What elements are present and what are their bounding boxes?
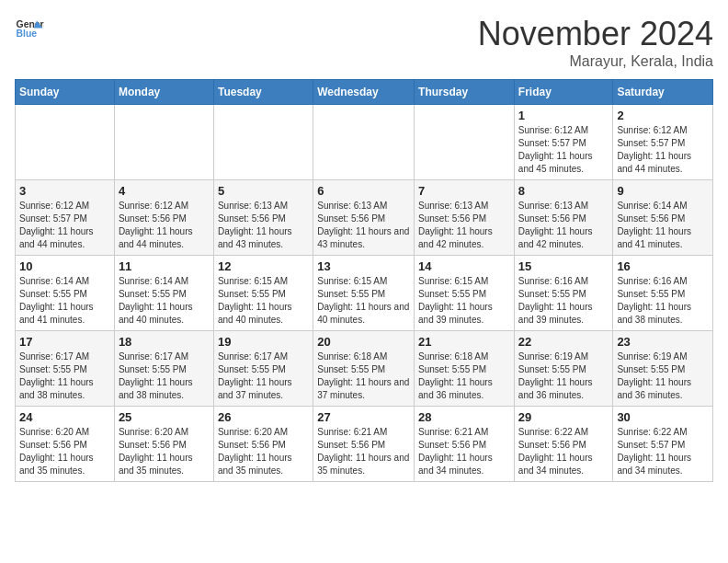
weekday-header-sunday: Sunday [16,80,115,105]
calendar-cell: 15Sunrise: 6:16 AM Sunset: 5:55 PM Dayli… [514,256,613,331]
day-number: 18 [119,335,210,349]
calendar-cell: 13Sunrise: 6:15 AM Sunset: 5:55 PM Dayli… [313,256,415,331]
calendar-cell: 18Sunrise: 6:17 AM Sunset: 5:55 PM Dayli… [114,331,213,407]
day-info: Sunrise: 6:13 AM Sunset: 5:56 PM Dayligh… [317,200,410,251]
day-number: 17 [19,335,110,349]
logo: General Blue [15,15,44,44]
weekday-header-saturday: Saturday [613,80,713,105]
calendar-cell: 28Sunrise: 6:21 AM Sunset: 5:56 PM Dayli… [415,407,515,482]
page-header: General Blue November 2024 Marayur, Kera… [15,15,713,70]
day-number: 2 [617,109,709,122]
calendar-week-row: 1Sunrise: 6:12 AM Sunset: 5:57 PM Daylig… [16,105,713,180]
calendar-cell: 24Sunrise: 6:20 AM Sunset: 5:56 PM Dayli… [16,407,115,482]
calendar-cell: 19Sunrise: 6:17 AM Sunset: 5:55 PM Dayli… [213,331,313,407]
day-number: 27 [317,410,410,424]
day-number: 19 [218,335,309,349]
day-number: 21 [418,335,510,349]
calendar-week-row: 24Sunrise: 6:20 AM Sunset: 5:56 PM Dayli… [16,407,713,482]
day-info: Sunrise: 6:19 AM Sunset: 5:55 PM Dayligh… [617,350,709,402]
day-number: 29 [518,410,609,424]
day-number: 12 [218,259,309,273]
day-number: 4 [119,184,210,198]
calendar-cell: 30Sunrise: 6:22 AM Sunset: 5:57 PM Dayli… [613,407,713,482]
weekday-header-friday: Friday [514,80,613,105]
day-info: Sunrise: 6:15 AM Sunset: 5:55 PM Dayligh… [317,275,410,327]
calendar-cell: 27Sunrise: 6:21 AM Sunset: 5:56 PM Dayli… [313,407,415,482]
day-info: Sunrise: 6:22 AM Sunset: 5:57 PM Dayligh… [617,426,709,477]
day-info: Sunrise: 6:12 AM Sunset: 5:57 PM Dayligh… [617,124,709,176]
location-title: Marayur, Kerala, India [478,53,713,70]
day-info: Sunrise: 6:21 AM Sunset: 5:56 PM Dayligh… [317,426,410,477]
calendar-table: SundayMondayTuesdayWednesdayThursdayFrid… [15,79,713,482]
day-info: Sunrise: 6:16 AM Sunset: 5:55 PM Dayligh… [617,275,709,327]
day-number: 10 [19,259,110,273]
calendar-cell: 8Sunrise: 6:13 AM Sunset: 5:56 PM Daylig… [514,180,613,256]
calendar-cell [213,105,313,180]
day-number: 20 [317,335,410,349]
calendar-cell: 22Sunrise: 6:19 AM Sunset: 5:55 PM Dayli… [514,331,613,407]
calendar-cell: 26Sunrise: 6:20 AM Sunset: 5:56 PM Dayli… [213,407,313,482]
month-title: November 2024 [478,15,713,53]
day-info: Sunrise: 6:17 AM Sunset: 5:55 PM Dayligh… [119,350,210,402]
day-number: 6 [317,184,410,198]
svg-text:Blue: Blue [17,29,38,39]
calendar-week-row: 10Sunrise: 6:14 AM Sunset: 5:55 PM Dayli… [16,256,713,331]
day-number: 30 [617,410,709,424]
day-info: Sunrise: 6:12 AM Sunset: 5:56 PM Dayligh… [119,200,210,251]
day-info: Sunrise: 6:14 AM Sunset: 5:55 PM Dayligh… [19,275,110,327]
weekday-header-tuesday: Tuesday [213,80,313,105]
day-info: Sunrise: 6:14 AM Sunset: 5:55 PM Dayligh… [119,275,210,327]
calendar-cell: 25Sunrise: 6:20 AM Sunset: 5:56 PM Dayli… [114,407,213,482]
day-info: Sunrise: 6:15 AM Sunset: 5:55 PM Dayligh… [418,275,510,327]
weekday-header-monday: Monday [114,80,213,105]
day-number: 13 [317,259,410,273]
day-info: Sunrise: 6:12 AM Sunset: 5:57 PM Dayligh… [518,124,609,176]
day-info: Sunrise: 6:13 AM Sunset: 5:56 PM Dayligh… [418,200,510,251]
day-info: Sunrise: 6:20 AM Sunset: 5:56 PM Dayligh… [119,426,210,477]
day-info: Sunrise: 6:22 AM Sunset: 5:56 PM Dayligh… [518,426,609,477]
calendar-cell: 9Sunrise: 6:14 AM Sunset: 5:56 PM Daylig… [613,180,713,256]
day-number: 23 [617,335,709,349]
calendar-cell: 4Sunrise: 6:12 AM Sunset: 5:56 PM Daylig… [114,180,213,256]
calendar-cell: 11Sunrise: 6:14 AM Sunset: 5:55 PM Dayli… [114,256,213,331]
calendar-cell [313,105,415,180]
day-info: Sunrise: 6:18 AM Sunset: 5:55 PM Dayligh… [317,350,410,402]
day-info: Sunrise: 6:15 AM Sunset: 5:55 PM Dayligh… [218,275,309,327]
day-info: Sunrise: 6:16 AM Sunset: 5:55 PM Dayligh… [518,275,609,327]
day-info: Sunrise: 6:20 AM Sunset: 5:56 PM Dayligh… [218,426,309,477]
calendar-cell: 7Sunrise: 6:13 AM Sunset: 5:56 PM Daylig… [415,180,515,256]
calendar-cell: 14Sunrise: 6:15 AM Sunset: 5:55 PM Dayli… [415,256,515,331]
calendar-cell: 12Sunrise: 6:15 AM Sunset: 5:55 PM Dayli… [213,256,313,331]
day-number: 16 [617,259,709,273]
day-info: Sunrise: 6:17 AM Sunset: 5:55 PM Dayligh… [218,350,309,402]
calendar-week-row: 3Sunrise: 6:12 AM Sunset: 5:57 PM Daylig… [16,180,713,256]
calendar-cell: 2Sunrise: 6:12 AM Sunset: 5:57 PM Daylig… [613,105,713,180]
day-number: 14 [418,259,510,273]
day-number: 1 [518,109,609,122]
calendar-week-row: 17Sunrise: 6:17 AM Sunset: 5:55 PM Dayli… [16,331,713,407]
day-number: 9 [617,184,709,198]
day-number: 25 [119,410,210,424]
calendar-cell: 3Sunrise: 6:12 AM Sunset: 5:57 PM Daylig… [16,180,115,256]
calendar-header-row: SundayMondayTuesdayWednesdayThursdayFrid… [16,80,713,105]
calendar-cell [415,105,515,180]
calendar-cell: 20Sunrise: 6:18 AM Sunset: 5:55 PM Dayli… [313,331,415,407]
calendar-cell: 17Sunrise: 6:17 AM Sunset: 5:55 PM Dayli… [16,331,115,407]
calendar-cell: 5Sunrise: 6:13 AM Sunset: 5:56 PM Daylig… [213,180,313,256]
title-block: November 2024 Marayur, Kerala, India [478,15,713,70]
day-number: 7 [418,184,510,198]
calendar-cell: 1Sunrise: 6:12 AM Sunset: 5:57 PM Daylig… [514,105,613,180]
calendar-cell: 10Sunrise: 6:14 AM Sunset: 5:55 PM Dayli… [16,256,115,331]
calendar-cell: 6Sunrise: 6:13 AM Sunset: 5:56 PM Daylig… [313,180,415,256]
calendar-cell: 16Sunrise: 6:16 AM Sunset: 5:55 PM Dayli… [613,256,713,331]
day-info: Sunrise: 6:21 AM Sunset: 5:56 PM Dayligh… [418,426,510,477]
day-number: 28 [418,410,510,424]
day-info: Sunrise: 6:12 AM Sunset: 5:57 PM Dayligh… [19,200,110,251]
day-info: Sunrise: 6:13 AM Sunset: 5:56 PM Dayligh… [218,200,309,251]
calendar-cell [114,105,213,180]
weekday-header-wednesday: Wednesday [313,80,415,105]
logo-icon: General Blue [15,15,44,44]
calendar-cell: 29Sunrise: 6:22 AM Sunset: 5:56 PM Dayli… [514,407,613,482]
calendar-cell [16,105,115,180]
calendar-cell: 21Sunrise: 6:18 AM Sunset: 5:55 PM Dayli… [415,331,515,407]
